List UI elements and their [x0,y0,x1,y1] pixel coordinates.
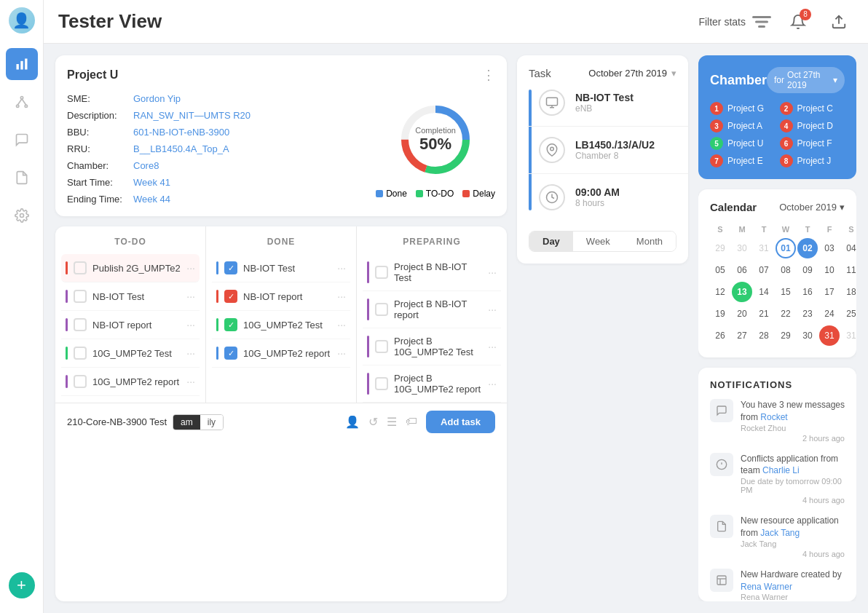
cal-day[interactable]: 27 [732,325,752,346]
board-item[interactable]: Project B NB-IOT report ··· [363,291,501,328]
cal-day[interactable]: 31 [754,238,774,258]
cal-day[interactable]: 19 [710,304,730,324]
cal-day[interactable]: 31 [841,325,856,346]
notification-button[interactable]: 8 [784,7,813,36]
item-checkbox[interactable] [375,303,388,316]
item-more[interactable]: ··· [186,347,195,359]
sidebar-item-chat[interactable] [6,124,38,156]
cal-day[interactable]: 17 [819,282,840,302]
item-checkbox[interactable] [74,261,87,274]
item-more[interactable]: ··· [337,262,346,274]
cal-day[interactable]: 14 [754,282,774,302]
cal-day[interactable]: 03 [819,238,840,258]
board-item[interactable]: 10G_UMPTe2 report ··· [61,368,200,396]
cal-day[interactable]: 20 [732,304,752,324]
calendar-month[interactable]: October 2019 ▾ [779,202,845,213]
chamber-date-pill[interactable]: for Oct 27th 2019 ▾ [767,67,845,93]
cal-day[interactable]: 08 [776,260,796,280]
board-item[interactable]: NB-IOT Test ··· [61,282,200,311]
item-checkbox[interactable] [74,318,87,331]
board-item[interactable]: Project B NB-IOT Test ··· [363,254,501,291]
cal-day[interactable]: 07 [754,260,774,280]
tab-day[interactable]: Day [529,232,573,251]
item-more[interactable]: ··· [186,262,195,274]
item-checkbox[interactable] [375,377,388,390]
cal-day[interactable]: 05 [710,260,730,280]
board-item[interactable]: ✓ 10G_UMPTe2 report ··· [212,339,350,368]
cal-day-13[interactable]: 13 [732,282,752,302]
board-item[interactable]: Project B 10G_UMPTe2 Test ··· [363,328,501,365]
sidebar-item-chart[interactable] [6,48,38,80]
item-more[interactable]: ··· [337,290,346,302]
chevron-down-icon[interactable]: ▾ [671,68,676,79]
item-checkbox[interactable] [375,340,388,353]
cal-day[interactable]: 09 [797,260,818,280]
item-checkbox[interactable] [375,266,388,279]
item-more[interactable]: ··· [337,347,346,359]
item-more[interactable]: ··· [488,304,497,315]
cal-day[interactable]: 23 [797,304,818,324]
cal-day[interactable]: 11 [841,260,856,280]
cal-day[interactable]: 26 [710,325,730,346]
tab-month[interactable]: Month [623,232,676,251]
item-more[interactable]: ··· [488,341,497,352]
item-more[interactable]: ··· [186,290,195,302]
cal-day[interactable]: 15 [776,282,796,302]
fab-add-button[interactable]: + [9,572,35,598]
item-more[interactable]: ··· [186,376,195,387]
item-checkbox[interactable] [74,347,87,360]
tag-am[interactable]: am [173,415,200,430]
list-icon[interactable]: ☰ [387,415,397,429]
item-more[interactable]: ··· [488,378,497,389]
notification-link[interactable]: Jack Tang [760,528,800,538]
board-item[interactable]: Project B 10G_UMPTe2 report ··· [363,365,501,403]
export-button[interactable] [824,7,853,36]
board-item[interactable]: ✓ NB-IOT Test ··· [212,254,350,282]
tab-week[interactable]: Week [573,232,623,251]
item-more[interactable]: ··· [488,266,497,278]
refresh-icon[interactable]: ↺ [368,415,378,429]
item-more[interactable]: ··· [186,319,195,331]
board-item[interactable]: Publish 2G_UMPTe2 ··· [61,254,200,282]
item-checkbox[interactable] [74,375,87,388]
item-more[interactable]: ··· [337,319,346,331]
cal-day[interactable]: 25 [841,304,856,324]
board-item[interactable]: ✓ NB-IOT report ··· [212,282,350,311]
cal-day[interactable]: 18 [841,282,856,302]
board-item[interactable]: 10G_UMPTe2 Test ··· [61,339,200,368]
cal-day-01[interactable]: 01 [776,238,796,258]
project-more-button[interactable]: ⋮ [482,67,495,83]
cal-day[interactable]: 22 [776,304,796,324]
cal-day[interactable]: 10 [819,260,840,280]
cal-day[interactable]: 24 [819,304,840,324]
tag-ily[interactable]: ily [200,415,223,430]
notification-link[interactable]: Rocket [760,412,787,422]
sidebar-item-network[interactable] [6,86,38,118]
sidebar-item-docs[interactable] [6,162,38,194]
notification-link[interactable]: Charlie Li [762,465,800,475]
filter-stats-button[interactable]: Filter stats [698,14,772,30]
item-checkbox[interactable]: ✓ [224,318,237,331]
cal-day-02[interactable]: 02 [797,238,818,258]
cal-day[interactable]: 28 [754,325,774,346]
board-item[interactable]: NB-IOT report ··· [61,311,200,339]
notification-link[interactable]: Rena Warner [741,582,792,592]
item-checkbox[interactable]: ✓ [224,261,237,274]
cal-day[interactable]: 12 [710,282,730,302]
cal-day[interactable]: 30 [797,325,818,346]
board-item[interactable]: ✓ 10G_UMPTe2 Test ··· [212,311,350,339]
item-checkbox[interactable]: ✓ [224,290,237,303]
cal-day[interactable]: 06 [732,260,752,280]
cal-day[interactable]: 29 [776,325,796,346]
cal-day[interactable]: 04 [841,238,856,258]
cal-day-31[interactable]: 31 [819,325,840,346]
item-checkbox[interactable] [74,290,87,303]
add-task-button[interactable]: Add task [426,411,495,433]
cal-day[interactable]: 16 [797,282,818,302]
cal-day[interactable]: 29 [710,238,730,258]
sidebar-item-settings[interactable] [6,199,38,232]
cal-day[interactable]: 21 [754,304,774,324]
item-checkbox[interactable]: ✓ [224,347,237,360]
tag-icon[interactable]: 🏷 [406,415,417,429]
cal-day[interactable]: 30 [732,238,752,258]
